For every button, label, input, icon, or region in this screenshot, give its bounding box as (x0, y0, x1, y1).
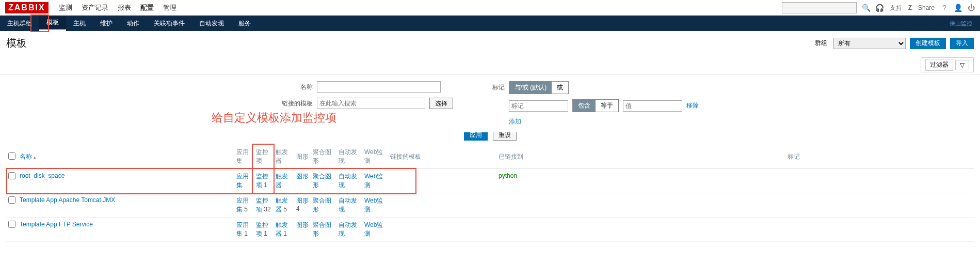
filter-name-input[interactable] (317, 81, 441, 93)
power-icon[interactable]: ⏻ (968, 4, 975, 11)
col-linked-tpl: 链接的模板 (388, 145, 496, 169)
group-select[interactable]: 所有 (833, 38, 906, 49)
topmenu-inventory[interactable]: 资产记录 (82, 3, 108, 12)
topmenu-configuration[interactable]: 配置 (140, 3, 154, 12)
graphs-link[interactable]: 图形 (296, 221, 309, 228)
topmenu: 监测 资产记录 报表 配置 管理 (59, 3, 176, 12)
row-checkbox[interactable] (8, 196, 15, 204)
tag-add-link[interactable]: 添加 (509, 117, 521, 126)
filter-icon: ▽ (955, 60, 969, 70)
logo: ZABBIX (5, 2, 49, 13)
topbar-right: 🔍 🎧 支持 Z Share ? 👤 ⏻ (782, 2, 975, 13)
subnav-hostgroups[interactable]: 主机群组 (0, 16, 39, 31)
templates-table: 名称 应用集 监控项 触发器 图形 聚合图形 自动发现 Web监测 链接的模板 … (6, 145, 974, 242)
template-name-link[interactable]: root_disk_space (20, 172, 65, 179)
import-button[interactable]: 导入 (950, 38, 974, 49)
screens-link[interactable]: 聚合图形 (313, 221, 331, 237)
support-link[interactable]: 支持 (890, 4, 902, 12)
subnav-templates[interactable]: 模板 (39, 16, 66, 31)
filter-toggle-bar: 过滤器▽ (0, 55, 980, 74)
topmenu-admin[interactable]: 管理 (163, 3, 176, 12)
page-title: 模板 (6, 36, 27, 50)
topbar: ZABBIX 监测 资产记录 报表 配置 管理 🔍 🎧 支持 Z Share ?… (0, 0, 980, 16)
col-items: 监控项 (254, 145, 274, 169)
page-header: 模板 群组 所有 创建模板 导入 (0, 31, 980, 55)
tag-op-toggle[interactable]: 包含 等于 (572, 99, 619, 112)
subnav-discovery[interactable]: 自动发现 (192, 16, 231, 31)
group-label: 群组 (815, 39, 827, 48)
tag-remove-link[interactable]: 移除 (686, 101, 699, 110)
subnav-right-label: 保山监控 (950, 20, 980, 27)
discovery-link[interactable]: 自动发现 (339, 221, 357, 237)
linked-to-text[interactable]: python (499, 172, 517, 179)
tag-op-contains[interactable]: 包含 (573, 100, 596, 112)
col-triggers: 触发器 (274, 145, 294, 169)
filter-panel: 名称 链接的模板 选择 标记 与/或 (默认) 或 包含 等于 移除 (0, 74, 980, 132)
web-link[interactable]: Web监测 (364, 221, 383, 237)
table-row: Template App Apache Tomcat JMX应用集 5监控项 3… (6, 193, 974, 218)
user-icon[interactable]: 👤 (954, 4, 961, 11)
filter-select-button[interactable]: 选择 (429, 98, 453, 109)
web-link[interactable]: Web监测 (364, 197, 383, 213)
filter-name-label: 名称 (282, 83, 313, 91)
col-screens: 聚合图形 (311, 145, 336, 169)
select-all-checkbox[interactable] (8, 152, 15, 160)
subnav: 主机群组 模板 主机 维护 动作 关联项事件 自动发现 服务 保山监控 (0, 16, 980, 31)
col-tags: 标记 (785, 145, 974, 169)
screens-link[interactable]: 聚合图形 (313, 173, 331, 189)
col-linked-to: 已链接到 (496, 145, 785, 169)
screens-link[interactable]: 聚合图形 (313, 197, 331, 213)
support-icon[interactable]: 🎧 (876, 4, 883, 11)
row-checkbox[interactable] (8, 172, 15, 179)
tag-mode-toggle[interactable]: 与/或 (默认) 或 (509, 81, 569, 94)
page-header-right: 群组 所有 创建模板 导入 (815, 38, 974, 49)
template-name-link[interactable]: Template App Apache Tomcat JMX (20, 196, 115, 204)
table-row: root_disk_space应用集 监控项 1触发器 图形 聚合图形 自动发现… (6, 169, 974, 193)
create-template-button[interactable]: 创建模板 (910, 38, 946, 49)
share-link[interactable]: Share (918, 4, 935, 11)
subnav-services[interactable]: 服务 (231, 16, 258, 31)
triggers-link[interactable]: 触发器 (276, 173, 288, 189)
filter-tags-label: 标记 (474, 83, 505, 92)
col-web: Web监测 (362, 145, 388, 169)
help-icon[interactable]: ? (941, 4, 948, 11)
filter-linked-label: 链接的模板 (282, 99, 313, 108)
subnav-hosts[interactable]: 主机 (66, 16, 93, 31)
topmenu-reports[interactable]: 报表 (118, 3, 131, 12)
search-input[interactable] (782, 2, 857, 13)
web-link[interactable]: Web监测 (364, 173, 383, 189)
filter-toggle[interactable]: 过滤器▽ (921, 57, 974, 72)
col-name[interactable]: 名称 (20, 153, 32, 160)
col-apps: 应用集 (234, 145, 254, 169)
topmenu-monitoring[interactable]: 监测 (59, 3, 72, 12)
table-row: Template App FTP Service应用集 1监控项 1触发器 1图… (6, 218, 974, 242)
discovery-link[interactable]: 自动发现 (339, 173, 357, 189)
filter-linked-input[interactable] (317, 98, 425, 109)
col-graphs: 图形 (294, 145, 311, 169)
graphs-link[interactable]: 图形 (296, 197, 309, 204)
graphs-link[interactable]: 图形 (296, 173, 309, 180)
discovery-link[interactable]: 自动发现 (339, 197, 357, 213)
tag-value-input[interactable] (623, 100, 682, 112)
tag-mode-or[interactable]: 或 (552, 82, 568, 94)
content: 名称 应用集 监控项 触发器 图形 聚合图形 自动发现 Web监测 链接的模板 … (0, 145, 980, 242)
tag-mode-andor[interactable]: 与/或 (默认) (509, 82, 552, 94)
tag-key-input[interactable] (509, 100, 568, 112)
apps-link[interactable]: 应用集 (236, 173, 249, 189)
subnav-maintenance[interactable]: 维护 (93, 16, 120, 31)
share-z-icon: Z (908, 4, 912, 11)
subnav-actions[interactable]: 动作 (120, 16, 147, 31)
col-discovery: 自动发现 (336, 145, 362, 169)
search-icon[interactable]: 🔍 (863, 4, 870, 11)
subnav-correlation[interactable]: 关联项事件 (147, 16, 192, 31)
template-name-link[interactable]: Template App FTP Service (20, 221, 93, 228)
tag-op-equals[interactable]: 等于 (596, 100, 618, 112)
row-checkbox[interactable] (8, 221, 15, 228)
